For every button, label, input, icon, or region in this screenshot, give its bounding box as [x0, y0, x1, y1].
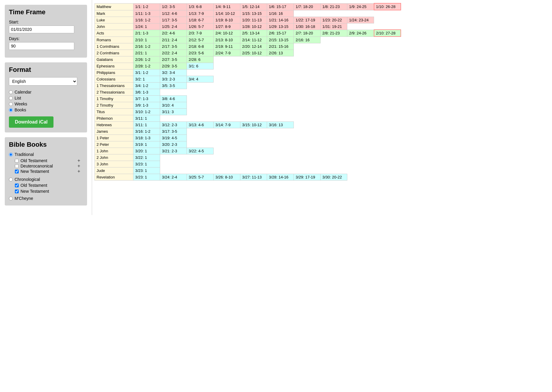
trad-ot-row: Old Testament +: [15, 158, 80, 163]
check-chrono-ot[interactable]: Old Testament: [15, 183, 83, 188]
reading-cell: 3/20: 2-3: [160, 141, 187, 148]
reading-cell: 3/14: 7-9: [214, 121, 240, 128]
book-name: Hebrews: [95, 121, 133, 128]
reading-cell: 1/8: 21-23: [321, 3, 347, 10]
reading-cell: 3/1: 1-2: [133, 69, 160, 76]
reading-cell: 2/23: 5-6: [187, 50, 214, 56]
radio-list[interactable]: List: [9, 96, 83, 100]
radio-traditional[interactable]: Traditional: [9, 152, 83, 157]
reading-cell: 3/30: 20-22: [321, 174, 347, 180]
reading-cell: 2/16: 1-2: [133, 43, 160, 50]
table-row: 1 Thessalonians3/4: 1-23/5: 3-5: [95, 82, 401, 89]
reading-cell: 3/20: 1: [133, 148, 160, 154]
reading-cell: 2/21: 15-16: [267, 43, 294, 50]
table-row: Matthew1/1: 1-21/2: 3-51/3: 6-81/4: 9-11…: [95, 3, 401, 10]
table-row: 2 Peter3/19: 13/20: 2-3: [95, 141, 401, 148]
reading-cell: 3/4: 4: [187, 76, 214, 82]
reading-cell: 3/11: 3: [160, 108, 187, 115]
table-row: James3/16: 1-23/17: 3-5: [95, 128, 401, 135]
reading-cell: 2/21: 1: [133, 50, 160, 56]
book-name: Jude: [95, 167, 133, 174]
reading-cell: 3/24: 2-4: [160, 174, 187, 180]
reading-cell: 3/29: 17-19: [294, 174, 321, 180]
reading-cell: 3/2: 3-4: [160, 69, 187, 76]
reading-cell: 3/1: 6: [187, 63, 214, 69]
mcheyne-label: M'Cheyne: [15, 196, 33, 201]
radio-weeks[interactable]: Weeks: [9, 102, 83, 106]
radio-calendar[interactable]: Calendar: [9, 90, 83, 94]
reading-cell: 3/23: 1: [133, 174, 160, 180]
reading-cell: 1/14: 10-12: [214, 10, 240, 17]
reading-cell: 1/6: 15-17: [267, 3, 294, 10]
reading-cell: 3/13: 4-6: [187, 121, 214, 128]
reading-cell: 1/21: 14-16: [267, 17, 294, 23]
book-name: 1 John: [95, 148, 133, 154]
chronological-group: Chronological Old Testament New Testamen…: [9, 177, 83, 194]
check-trad-nt[interactable]: New Testament: [15, 169, 49, 174]
table-row: 1 Timothy3/7: 1-33/8: 4-6: [95, 95, 401, 102]
book-name: 1 Corinthians: [95, 43, 133, 50]
reading-cell: 2/13: 8-10: [214, 37, 240, 43]
book-name: James: [95, 128, 133, 135]
reading-cell: 1/27: 8-9: [214, 23, 240, 30]
reading-cell: 1/31: 19-21: [321, 23, 347, 30]
reading-cell: 1/29: 13-15: [267, 23, 294, 30]
radio-books[interactable]: Books: [9, 108, 83, 112]
reading-cell: 2/5: 13-14: [240, 30, 267, 37]
reading-cell: 1/22: 17-19: [294, 17, 321, 23]
start-input[interactable]: [9, 26, 74, 33]
book-name: Romans: [95, 37, 133, 43]
reading-cell: 1/3: 6-8: [187, 3, 214, 10]
check-trad-deut[interactable]: Deuterocanonical: [15, 164, 53, 168]
reading-cell: 2/11: 2-4: [160, 37, 187, 43]
radio-chronological[interactable]: Chronological: [9, 177, 83, 182]
table-row: Galatians2/26: 1-22/27: 3-52/28: 6: [95, 56, 401, 63]
reading-cell: 1/28: 10-12: [240, 23, 267, 30]
book-name: Matthew: [95, 3, 133, 10]
reading-cell: 2/10: 1: [133, 37, 160, 43]
format-title: Format: [9, 66, 83, 74]
table-row: Hebrews3/11: 13/12: 2-33/13: 4-63/14: 7-…: [95, 121, 401, 128]
reading-cell: 2/8: 21-23: [321, 30, 347, 37]
reading-cell: 3/23: 1: [133, 161, 160, 167]
sidebar: Time Frame Start: Days: Format English C…: [0, 0, 92, 215]
radio-mcheyne[interactable]: [9, 197, 13, 200]
check-chrono-nt[interactable]: New Testament: [15, 189, 83, 194]
trad-nt-plus[interactable]: +: [78, 169, 80, 174]
reading-cell: 3/6: 1-3: [133, 89, 160, 95]
format-section: Format English Calendar List Weeks Books…: [5, 62, 87, 132]
reading-cell: 3/12: 2-3: [160, 121, 187, 128]
table-row: 2 Thessalonians3/6: 1-3: [95, 89, 401, 95]
reading-cell: 2/15: 13-15: [267, 37, 294, 43]
reading-cell: 2/18: 6-8: [187, 43, 214, 50]
chrono-sub: Old Testament New Testament: [15, 183, 83, 194]
trad-deut-plus[interactable]: +: [78, 163, 80, 169]
book-name: Philippians: [95, 69, 133, 76]
table-row: 2 Corinthians2/21: 12/22: 2-42/23: 5-62/…: [95, 50, 401, 56]
reading-cell: 2/10: 27-28: [374, 30, 401, 37]
reading-cell: 1/11: 1-3: [133, 10, 160, 17]
trad-ot-plus[interactable]: +: [78, 158, 80, 163]
table-row: Romans2/10: 12/11: 2-42/12: 5-72/13: 8-1…: [95, 37, 401, 43]
reading-cell: 1/17: 3-5: [160, 17, 187, 23]
language-select[interactable]: English: [9, 77, 77, 86]
reading-cell: 3/25: 5-7: [187, 174, 214, 180]
book-name: Galatians: [95, 56, 133, 63]
check-trad-ot[interactable]: Old Testament: [15, 158, 47, 163]
book-name: Acts: [95, 30, 133, 37]
book-name: 1 Thessalonians: [95, 82, 133, 89]
reading-cell: 3/16: 13: [267, 121, 294, 128]
reading-cell: 2/2: 4-6: [160, 30, 187, 37]
reading-cell: 1/20: 11-13: [240, 17, 267, 23]
reading-cell: 1/16: 16: [267, 10, 294, 17]
timeframe-title: Time Frame: [9, 8, 83, 16]
book-name: 2 Timothy: [95, 102, 133, 108]
reading-cell: 3/9: 1-3: [133, 102, 160, 108]
reading-cell: 2/26: 13: [267, 50, 294, 56]
reading-cell: 2/16: 16: [294, 37, 321, 43]
book-name: Ephesians: [95, 63, 133, 69]
days-input[interactable]: [9, 42, 74, 50]
reading-cell: 3/3: 2-3: [160, 76, 187, 82]
reading-cell: 2/28: 1-2: [133, 63, 160, 69]
download-ical-button[interactable]: Download iCal: [9, 116, 53, 128]
